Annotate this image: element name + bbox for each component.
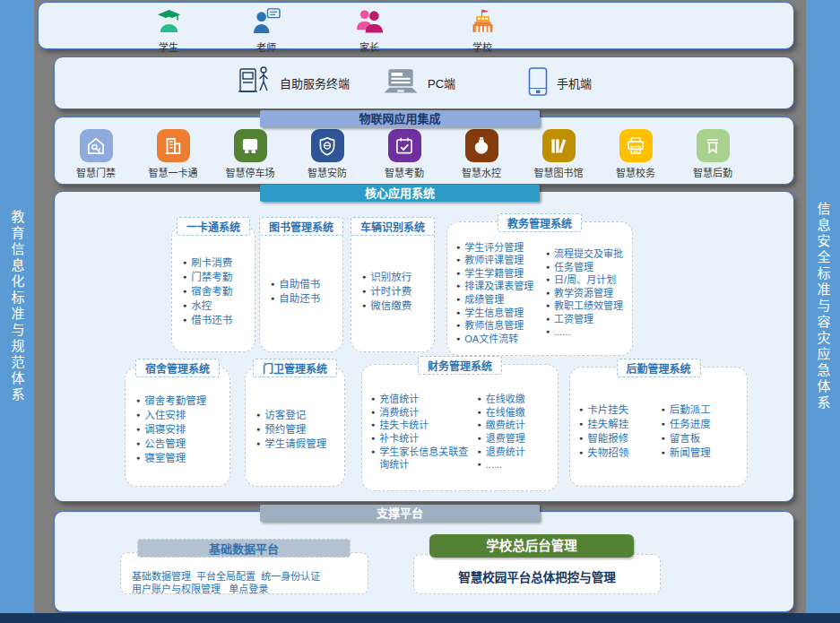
- list-item: ●......: [546, 325, 630, 339]
- system-item-list: ●卡片挂失●挂失解挂●智能报修●失物招领: [579, 402, 662, 460]
- system-box-dormitory: 宿舍管理系统 ●宿舍考勤管理●入住安排●调寝安排●公告管理●寝室管理: [125, 367, 230, 487]
- list-item: ●后勤派工: [662, 402, 745, 417]
- kiosk-icon: [236, 63, 272, 104]
- iot-door-access: 智慧门禁: [60, 129, 132, 179]
- list-item: ●寝室管理: [136, 451, 226, 465]
- list-item: ●挂失卡统计: [371, 419, 478, 432]
- system-box-title: 宿舍管理系统: [135, 359, 220, 377]
- list-item: ●门禁考勤: [183, 270, 251, 284]
- water-control-icon: [465, 129, 498, 162]
- user-label: 学校: [472, 39, 492, 54]
- pc-icon: [382, 66, 420, 100]
- iot-label: 智慧后勤: [693, 165, 732, 179]
- school-affairs-printer-icon: [619, 129, 653, 162]
- iot-label: 智慧门禁: [76, 165, 116, 179]
- list-item: ●学生评分管理: [456, 241, 546, 255]
- system-item-list: ●自助借书●自助还书: [271, 277, 339, 306]
- left-standards-banner: 教育信息化标准与规范体系: [0, 0, 34, 613]
- iot-label: 智慧考勤: [385, 165, 424, 179]
- terminals-panel: 自助服务终端 PC端 手机端: [54, 56, 794, 109]
- bottom-divider-bar: [0, 613, 840, 623]
- terminal-pc: PC端: [382, 57, 455, 108]
- library-books-icon: [542, 129, 576, 162]
- list-item: ●任务管理: [546, 261, 630, 274]
- list-item: ●补卡统计: [371, 432, 478, 446]
- terminal-self-service: 自助服务终端: [236, 57, 350, 108]
- list-item: ●日/周、月计划: [546, 273, 630, 287]
- list-item: ●消费统计: [371, 406, 478, 420]
- list-item: ●退费管理: [478, 432, 556, 446]
- school-admin-title: 学校总后台管理: [429, 534, 634, 558]
- teacher-icon: [252, 7, 281, 39]
- list-item: ●公告管理: [136, 437, 226, 451]
- student-icon: [155, 7, 183, 39]
- list-item: ●学生学籍管理: [456, 267, 546, 281]
- system-box-vehicle: 车辆识别系统 ●识别放行●计时计费●微信缴费: [351, 225, 435, 352]
- system-item-list: ●识别放行●计时计费●微信缴费: [362, 270, 430, 313]
- system-item-list: ●流程提交及审批●任务管理●日/周、月计划●教学资源管理●教职工绩效管理●工资管…: [546, 247, 630, 339]
- list-item: ●智能报修: [579, 431, 662, 446]
- system-box-academic: 教务管理系统 ●学生评分管理●教师评课管理●学生学籍管理●排课及课表管理●成绩管…: [446, 221, 633, 356]
- iot-section-header: 物联网应用集成: [260, 110, 540, 127]
- list-item: ●退费统计: [478, 446, 556, 459]
- list-item: ●OA文件流转: [456, 333, 546, 346]
- iot-water: 智慧水控: [446, 129, 517, 179]
- iot-library: 智慧图书馆: [523, 129, 594, 179]
- system-box-title: 后勤管理系统: [616, 359, 700, 377]
- list-item: ●挂失解挂: [579, 417, 662, 431]
- list-item: ●失物招领: [579, 446, 662, 460]
- terminal-mobile: 手机端: [527, 57, 592, 108]
- system-box-library: 图书管理系统 ●自助借书●自助还书: [259, 225, 343, 352]
- list-item: ●学生信息管理: [456, 307, 546, 320]
- user-label: 老师: [256, 39, 276, 54]
- list-item: ●新闻管理: [662, 446, 745, 460]
- parents-icon: [355, 7, 385, 39]
- list-item: ●预约管理: [256, 422, 341, 437]
- iot-label: 智慧安防: [307, 165, 347, 179]
- system-box-title: 门卫管理系统: [253, 359, 337, 377]
- security-shield-icon: [311, 129, 344, 162]
- system-item-list: ●在线收缴●在线催缴●缴费统计●退费管理●退费统计●......: [478, 393, 556, 472]
- system-box-title: 车辆识别系统: [351, 217, 435, 236]
- system-box-title: 图书管理系统: [259, 217, 343, 236]
- list-item: ●留言板: [662, 431, 745, 446]
- list-item: ●调寝安排: [136, 422, 226, 437]
- list-item: ●识别放行: [362, 270, 430, 284]
- system-box-title: 教务管理系统: [498, 213, 582, 232]
- user-school: 学校: [455, 7, 509, 54]
- attendance-calendar-icon: [388, 129, 421, 162]
- user-teacher: 老师: [239, 7, 293, 54]
- support-section-header: 支撑平台: [260, 505, 540, 522]
- iot-label: 智慧水控: [462, 165, 501, 179]
- phone-icon: [527, 65, 549, 101]
- list-item: ●自助借书: [271, 277, 339, 291]
- list-item: ●排课及课表管理: [456, 280, 546, 293]
- user-label: 家长: [359, 39, 379, 54]
- list-item: ●学生请假管理: [256, 437, 341, 451]
- system-item-list: ●充值统计●消费统计●挂失卡统计●补卡统计●学生家长信息关联查询统计: [371, 393, 478, 472]
- system-item-list: ●学生评分管理●教师评课管理●学生学籍管理●排课及课表管理●成绩管理●学生信息管…: [456, 241, 546, 346]
- onecard-building-icon: [157, 129, 190, 162]
- terminal-label: 自助服务终端: [280, 74, 350, 91]
- list-item: ●流程提交及审批: [546, 247, 630, 261]
- left-banner-text: 教育信息化标准与规范体系: [8, 210, 27, 403]
- right-banner-text: 信息安全标准与容灾应急体系: [814, 202, 833, 411]
- list-item: ●......: [478, 458, 556, 472]
- list-item: ●教学资源管理: [546, 287, 630, 300]
- list-item: ●缴费统计: [478, 419, 556, 432]
- system-box-finance: 财务管理系统 ●充值统计●消费统计●挂失卡统计●补卡统计●学生家长信息关联查询统…: [361, 364, 559, 491]
- school-icon: [469, 7, 497, 39]
- system-box-title: 财务管理系统: [418, 356, 502, 375]
- core-apps-panel: 核心应用系统 一卡通系统 ●刷卡消费●门禁考勤●宿舍考勤●水控●借书还书 图书管…: [54, 191, 794, 502]
- base-platform-line: 用户账户与权限管理 单点登录: [132, 583, 368, 595]
- base-data-platform-title: 基础数据平台: [137, 539, 351, 558]
- system-box-onecard: 一卡通系统 ●刷卡消费●门禁考勤●宿舍考勤●水控●借书还书: [171, 225, 255, 352]
- system-item-list: ●宿舍考勤管理●入住安排●调寝安排●公告管理●寝室管理: [136, 394, 226, 465]
- user-parents: 家长: [342, 7, 396, 54]
- iot-security: 智慧安防: [291, 129, 363, 179]
- system-item-list: ●访客登记●预约管理●学生请假管理: [256, 408, 341, 451]
- logistics-bookmark-icon: [697, 129, 730, 162]
- iot-label: 智慧停车场: [226, 165, 275, 179]
- list-item: ●借书还书: [183, 313, 251, 327]
- terminal-label: PC端: [428, 74, 455, 91]
